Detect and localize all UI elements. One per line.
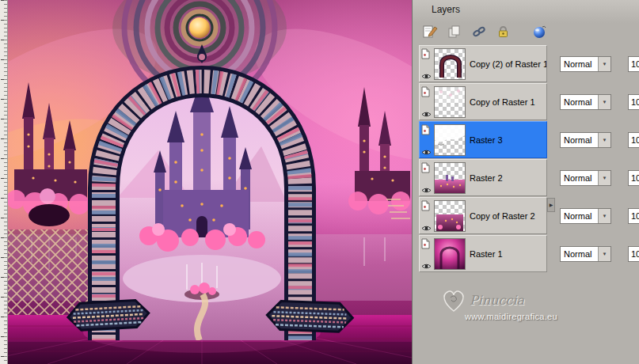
layers-toolbar xyxy=(420,21,549,42)
chevron-down-icon[interactable]: ▼ xyxy=(598,171,610,185)
layer-thumbnail[interactable] xyxy=(434,162,466,194)
blend-mode-select[interactable]: Normal ▼ xyxy=(560,246,611,262)
blend-mode-select[interactable]: Normal ▼ xyxy=(560,132,611,148)
opacity-field[interactable]: 100 xyxy=(628,208,639,224)
layers-palette: Layers xyxy=(412,0,639,364)
layer-type-column xyxy=(420,46,433,82)
layer-row-raster1[interactable]: Raster 1 xyxy=(419,235,547,272)
opacity-field[interactable]: 100 xyxy=(628,170,639,186)
duplicate-pages-icon[interactable] xyxy=(445,23,464,40)
visibility-eye-icon[interactable] xyxy=(420,222,432,231)
layer-type-column xyxy=(420,84,433,119)
watermark-url: www.maidiregrafica.eu xyxy=(465,312,557,321)
layer-row-copy-of-raster1[interactable]: Copy of Raster 1 xyxy=(419,83,547,120)
layer-name: Raster 3 xyxy=(470,135,503,145)
layer-row-raster2[interactable]: Raster 2 xyxy=(419,159,547,196)
layer-name: Copy of Raster 1 xyxy=(470,97,535,107)
raster-layer-page-icon xyxy=(421,200,431,214)
layer-thumbnail[interactable] xyxy=(434,86,466,118)
layer-row-copy2-of-raster1[interactable]: Copy (2) of Raster 1 xyxy=(419,45,547,82)
layer-list: Copy (2) of Raster 1 xyxy=(419,45,547,273)
opacity-field[interactable]: 100 xyxy=(628,56,639,72)
page-pencil-icon[interactable] xyxy=(420,23,439,40)
visibility-eye-icon[interactable] xyxy=(420,146,432,155)
chevron-down-icon[interactable]: ▼ xyxy=(598,209,610,223)
layer-row-raster3[interactable]: Raster 3 xyxy=(419,121,547,158)
chevron-down-icon[interactable]: ▼ xyxy=(598,133,610,147)
layer-thumbnail[interactable] xyxy=(434,200,466,232)
image-canvas[interactable] xyxy=(0,0,412,364)
blend-mode-value: Normal xyxy=(564,97,591,107)
padlock-icon[interactable] xyxy=(494,23,513,40)
blue-sphere-icon[interactable] xyxy=(530,23,549,40)
layer-thumbnail[interactable] xyxy=(434,238,466,270)
layer-name: Copy (2) of Raster 1 xyxy=(470,59,546,69)
opacity-field[interactable]: 100 xyxy=(628,94,639,110)
layer-name: Raster 2 xyxy=(470,173,503,183)
vertical-ruler xyxy=(0,0,8,364)
blend-mode-value: Normal xyxy=(564,59,591,69)
layer-type-column xyxy=(420,198,433,233)
heart-logo-icon xyxy=(439,286,468,317)
raster-layer-page-icon xyxy=(421,124,431,138)
layer-row-copy-of-raster2[interactable]: Copy of Raster 2 xyxy=(419,197,547,234)
chevron-down-icon[interactable]: ▼ xyxy=(598,57,610,71)
layer-name: Copy of Raster 2 xyxy=(470,211,535,221)
visibility-eye-icon[interactable] xyxy=(420,108,432,117)
blend-mode-value: Normal xyxy=(564,249,591,259)
blend-mode-value: Normal xyxy=(564,135,591,145)
chevron-down-icon[interactable]: ▼ xyxy=(598,95,610,109)
raster-layer-page-icon xyxy=(421,162,431,176)
blend-mode-select[interactable]: Normal ▼ xyxy=(560,56,611,72)
layer-type-column xyxy=(420,160,433,195)
layer-type-column xyxy=(420,236,433,271)
opacity-field[interactable]: 100 xyxy=(628,132,639,148)
raster-layer-page-icon xyxy=(421,238,431,252)
visibility-eye-icon[interactable] xyxy=(420,70,432,79)
blend-mode-value: Normal xyxy=(564,211,591,221)
app-window: Layers xyxy=(0,0,639,364)
layer-thumbnail[interactable] xyxy=(434,124,466,156)
chevron-down-icon[interactable]: ▼ xyxy=(598,247,610,261)
layer-name: Raster 1 xyxy=(470,249,503,259)
layers-panel-title: Layers xyxy=(432,4,460,15)
blend-mode-select[interactable]: Normal ▼ xyxy=(560,94,611,110)
palette-splitter[interactable]: ▶ xyxy=(547,45,555,273)
visibility-eye-icon[interactable] xyxy=(420,260,432,269)
fantasy-castle-artwork xyxy=(0,0,412,364)
blend-mode-select[interactable]: Normal ▼ xyxy=(560,170,611,186)
splitter-arrow-icon[interactable]: ▶ xyxy=(547,198,555,212)
raster-layer-page-icon xyxy=(421,86,431,100)
visibility-eye-icon[interactable] xyxy=(420,184,432,193)
layers-panel-header: Layers xyxy=(413,0,639,23)
opacity-field[interactable]: 100 xyxy=(628,246,639,262)
watermark-name: Pinuccia xyxy=(470,293,524,308)
raster-layer-page-icon xyxy=(421,48,431,63)
blend-mode-select[interactable]: Normal ▼ xyxy=(560,208,611,224)
chain-link-icon[interactable] xyxy=(470,23,489,40)
blend-mode-value: Normal xyxy=(564,173,591,183)
layer-type-column xyxy=(420,122,433,157)
layer-thumbnail[interactable] xyxy=(434,48,466,80)
